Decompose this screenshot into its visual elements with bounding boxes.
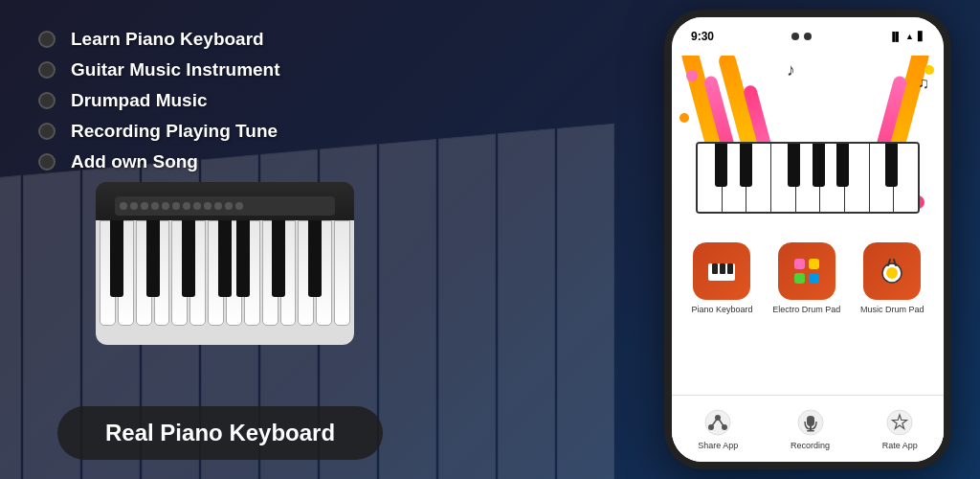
phone-piano-section: ♪ ♫ ♩ [672, 56, 944, 228]
app-title: Real Piano Keyboard [105, 420, 335, 446]
phone-frame: 9:30 ▐▌ ▲ ▋ [664, 10, 951, 469]
signal-icon: ▐▌ [889, 32, 902, 41]
svg-rect-7 [809, 273, 819, 284]
bullet-icon-4 [38, 123, 56, 140]
svg-rect-4 [794, 259, 805, 269]
features-list: Learn Piano Keyboard Guitar Music Instru… [38, 29, 555, 182]
nav-share-app[interactable]: Share App [698, 407, 738, 450]
nav-recording[interactable]: Recording [791, 407, 830, 450]
svg-rect-3 [727, 263, 733, 274]
notch-dot-1 [791, 33, 799, 40]
ph-white-key-1 [698, 144, 723, 212]
share-icon [702, 407, 733, 438]
music-drum-label: Music Drum Pad [860, 305, 924, 315]
ph-white-key-2 [723, 144, 747, 212]
phone-notch [791, 33, 812, 40]
feature-item-5: Add own Song [38, 151, 555, 172]
bullet-icon-1 [38, 31, 56, 48]
notch-dot-2 [804, 33, 812, 40]
phone-piano-keys [696, 142, 920, 214]
phone-apps-section: Piano Keyboard Electro Drum Pad [672, 228, 944, 320]
piano-image [96, 182, 354, 345]
ph-white-key-4 [771, 144, 796, 212]
nav-rate-app[interactable]: Rate App [882, 407, 918, 450]
bullet-icon-2 [38, 61, 56, 79]
bullet-icon-3 [38, 92, 56, 109]
feature-item-3: Drumpad Music [38, 90, 555, 111]
piano-keyboard-icon [693, 242, 750, 300]
ph-white-key-7 [845, 144, 870, 212]
feature-item-2: Guitar Music Instrument [38, 59, 555, 80]
music-note-1: ♪ [787, 60, 795, 80]
feature-item-4: Recording Playing Tune [38, 121, 555, 142]
deco-yellow-dot-2 [924, 65, 934, 75]
app-icon-piano-keyboard[interactable]: Piano Keyboard [691, 242, 752, 315]
app-icon-music-drum[interactable]: Music Drum Pad [860, 242, 924, 315]
ph-white-key-6 [820, 144, 845, 212]
svg-point-12 [705, 410, 730, 435]
battery-icon: ▋ [918, 32, 924, 41]
bullet-icon-5 [38, 153, 56, 171]
feature-item-1: Learn Piano Keyboard [38, 29, 555, 50]
phone-screen: ♪ ♫ ♩ [672, 56, 944, 462]
wifi-icon: ▲ [905, 32, 914, 41]
ph-white-key-9 [894, 144, 918, 212]
ph-white-key-5 [796, 144, 821, 212]
piano-controls [115, 196, 335, 216]
rate-label: Rate App [882, 441, 918, 450]
status-icons: ▐▌ ▲ ▋ [889, 32, 924, 41]
ph-white-key-8 [870, 144, 895, 212]
svg-rect-2 [720, 263, 725, 274]
recording-label: Recording [791, 441, 830, 450]
music-drum-icon [863, 242, 921, 300]
svg-rect-1 [712, 263, 718, 274]
phone-time: 9:30 [691, 30, 714, 43]
piano-keyboard-label: Piano Keyboard [691, 305, 752, 315]
phone-bottom-nav: Share App Recording [672, 395, 944, 462]
music-note-2: ♫ [918, 75, 929, 92]
app-title-badge: Real Piano Keyboard [57, 406, 383, 460]
recording-icon [795, 407, 826, 438]
deco-orange-dot-1 [679, 113, 689, 123]
svg-point-9 [886, 267, 898, 279]
phone-mockup: 9:30 ▐▌ ▲ ▋ [664, 10, 951, 469]
electro-drum-icon [778, 242, 835, 300]
phone-status-bar: 9:30 ▐▌ ▲ ▋ [672, 17, 944, 56]
piano-illustration [96, 182, 354, 345]
svg-rect-5 [809, 259, 819, 269]
deco-pink-dot-1 [686, 70, 698, 81]
share-label: Share App [698, 441, 738, 450]
svg-rect-6 [794, 273, 805, 284]
ph-white-key-3 [746, 144, 771, 212]
electro-drum-label: Electro Drum Pad [772, 305, 840, 315]
app-icon-electro-drum[interactable]: Electro Drum Pad [772, 242, 840, 315]
rate-icon [884, 407, 915, 438]
svg-rect-20 [807, 430, 814, 432]
